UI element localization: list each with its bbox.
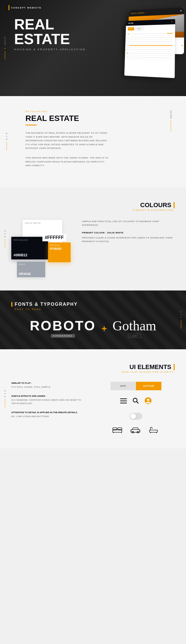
svg-rect-1 bbox=[120, 400, 127, 401]
hero-side-nav: INTRO bbox=[4, 37, 6, 60]
typo-nav-line bbox=[181, 320, 181, 329]
rethinking-body2: THIS DESIGN WAS MADE WITH THE USERS IN M… bbox=[25, 156, 110, 168]
ui-nav-line bbox=[5, 399, 5, 407]
vert-nav-line bbox=[7, 142, 7, 150]
fonts-row: ROBOTO CONDENSED + Gotham Light bbox=[11, 319, 175, 338]
ui-header: UI ELEMENTS SEMI-FLAT DESIGN FOR CLARITY… bbox=[11, 363, 175, 373]
swatch-black-label: RICH BLACK bbox=[14, 239, 46, 241]
side-nav-dot bbox=[5, 48, 5, 49]
user-profile-icon[interactable] bbox=[144, 397, 152, 406]
gotham-tag: Light bbox=[128, 334, 141, 338]
typo-accent-bar bbox=[11, 302, 12, 307]
ui-desc-block1: SIMILAR TO FLAT - IT'S STILL CLEAN, STIL… bbox=[11, 382, 89, 389]
typo-title: FONTS & TYPOGRAPHY bbox=[15, 302, 78, 307]
gotham-font: Gotham Light bbox=[113, 319, 156, 338]
rethinking-label: RETHINKING bbox=[25, 110, 169, 113]
intro-nav-line bbox=[171, 120, 171, 132]
ui-desc-block3: ATTENTION TO DETAIL IS APPLIED IN THE MI… bbox=[11, 411, 89, 419]
colours-layout: SOLID WHITE #FFFFFF RICH BLACK #090B12 O… bbox=[11, 220, 175, 276]
swatch-orange-hex: #F49A00 bbox=[50, 247, 69, 250]
ui-desc2-bold: SUBTLE EFFECTS ARE ADDED - bbox=[11, 395, 89, 397]
colour-swatches: SOLID WHITE #FFFFFF RICH BLACK #090B12 O… bbox=[11, 220, 73, 276]
hero-subtitle: HOUSING & PROPERTY APPLICATION bbox=[14, 48, 86, 51]
svg-point-6 bbox=[147, 399, 149, 401]
typography-header: FONTS & TYPOGRAPHY EASY TO READ bbox=[11, 302, 175, 311]
colours-desc3: PROVIDES CLEAR & CLEAN INTERFACE FOR USE… bbox=[82, 236, 175, 244]
filter-rows bbox=[125, 31, 175, 60]
swatch-orange: ORANGE #F49A00 bbox=[48, 242, 71, 262]
rethinking-section: 0 1 0 INTRO RETHINKING REAL ESTATE THE B… bbox=[0, 96, 186, 187]
filter-label: FILTER bbox=[128, 22, 133, 24]
swatch-orange-label: ORANGE bbox=[50, 244, 69, 246]
side-nav-label: INTRO bbox=[4, 37, 6, 46]
hero-section: CONCEPT WEBSITE INTRO REAL ESTATE HOUSIN… bbox=[0, 0, 186, 96]
swatch-grey: GREY #9FA5AE bbox=[17, 262, 45, 277]
toggle-off-button[interactable]: OFF bbox=[111, 382, 136, 390]
swatch-grey-hex: #9FA5AE bbox=[19, 272, 44, 276]
typography-section: FONTS & TYPOGRAPHY EASY TO READ ROBOTO C… bbox=[0, 290, 186, 349]
logo-text: CONCEPT WEBSITE bbox=[11, 6, 42, 9]
hero-mockup: NEW HOMES ★ $1,274,000 FILTER ✕ bbox=[104, 4, 186, 88]
ui-title-text: UI ELEMENTS bbox=[129, 363, 171, 371]
ui-descriptions: SIMILAR TO FLAT - IT'S STILL CLEAN, STIL… bbox=[11, 382, 89, 434]
colours-title-row: COLOURS bbox=[11, 201, 175, 209]
swatch-grey-label: GREY bbox=[19, 263, 44, 265]
typo-subtitle: EASY TO READ bbox=[15, 308, 175, 311]
colours-nav-label: 0 2 0 bbox=[4, 230, 6, 238]
ui-desc3-bold: ATTENTION TO DETAIL IS APPLIED IN THE MI… bbox=[11, 411, 89, 414]
brand-logo: CONCEPT WEBSITE bbox=[8, 5, 42, 10]
ui-desc2-text: E.G SHADOW, CONTOUR GIVES USER CUES ON W… bbox=[11, 398, 89, 406]
hamburger-menu-icon[interactable] bbox=[120, 398, 127, 405]
car-icon bbox=[130, 426, 142, 434]
colours-accent-bar bbox=[174, 202, 175, 208]
roboto-name: ROBOTO bbox=[30, 319, 96, 333]
colours-subtitle: VIBRANT & CONTRASTING. bbox=[11, 209, 175, 211]
colours-nav-line bbox=[5, 239, 5, 247]
ui-accent-bar bbox=[174, 364, 175, 370]
rethinking-title: REAL ESTATE bbox=[25, 114, 169, 122]
colours-description: SIMPLE AND PRACTICAL USE OF COLOURS TO E… bbox=[79, 220, 175, 248]
left-vert-nav: 0 1 0 bbox=[6, 133, 8, 151]
ui-subtitle: SEMI-FLAT DESIGN FOR CLARITY. bbox=[11, 371, 175, 373]
swatch-black-hex: #090B12 bbox=[14, 253, 46, 257]
ui-content: SIMILAR TO FLAT - IT'S STILL CLEAN, STIL… bbox=[11, 382, 175, 434]
typo-nav-text: 0 3 0 bbox=[180, 311, 182, 318]
ui-desc-block2: SUBTLE EFFECTS ARE ADDED - E.G SHADOW, C… bbox=[11, 395, 89, 406]
ui-interactive-elements: OFF ACTIVE bbox=[97, 382, 175, 434]
mockup-new-homes: NEW HOMES bbox=[131, 12, 145, 14]
colours-title-text: COLOURS bbox=[140, 201, 171, 209]
colours-header: COLOURS VIBRANT & CONTRASTING. bbox=[11, 201, 175, 211]
colours-section: 0 2 0 COLOURS VIBRANT & CONTRASTING. SOL… bbox=[0, 187, 186, 290]
hero-content: REAL ESTATE HOUSING & PROPERTY APPLICATI… bbox=[14, 17, 86, 51]
svg-rect-0 bbox=[120, 398, 127, 399]
swatch-white-label: SOLID WHITE bbox=[25, 222, 60, 224]
mockup-filter-card: FILTER ✕ BUY RENT bbox=[124, 19, 175, 78]
colours-desc1: SIMPLE AND PRACTICAL USE OF COLOURS TO E… bbox=[82, 220, 175, 227]
title-underline bbox=[25, 125, 37, 125]
rethinking-body1: THE BUSINESS OF REAL ESTATE IS MORE RELE… bbox=[25, 131, 110, 150]
gotham-name: Gotham bbox=[113, 319, 156, 333]
ui-left-nav: 0 4 0 bbox=[4, 390, 6, 407]
toggle-switch[interactable]: OFF ACTIVE bbox=[111, 382, 161, 390]
side-nav-line bbox=[5, 51, 5, 59]
swatch-white-hex: #FFFFFF bbox=[42, 234, 66, 241]
intro-nav-text: INTRO bbox=[170, 110, 172, 119]
rethinking-content: RETHINKING REAL ESTATE THE BUSINESS OF R… bbox=[17, 110, 169, 168]
plus-sign: + bbox=[101, 323, 107, 334]
bed-icon bbox=[112, 426, 124, 434]
pill-knob bbox=[130, 413, 136, 419]
filter-pills: BUY RENT bbox=[126, 24, 175, 32]
ui-title-row: UI ELEMENTS bbox=[11, 363, 175, 371]
pill-toggle[interactable] bbox=[130, 413, 142, 420]
colours-left-nav: 0 2 0 bbox=[4, 230, 6, 247]
search-icon[interactable] bbox=[133, 398, 139, 406]
svg-line-4 bbox=[137, 402, 138, 403]
typo-label-bar: FONTS & TYPOGRAPHY bbox=[11, 302, 175, 307]
logo-accent-bar bbox=[8, 5, 9, 10]
line-icons-row bbox=[97, 426, 175, 434]
ui-nav-label: 0 4 0 bbox=[4, 390, 6, 398]
rent-pill[interactable]: RENT bbox=[135, 27, 143, 30]
toggle-active-button[interactable]: ACTIVE bbox=[136, 382, 161, 390]
hero-right-nav bbox=[181, 45, 183, 51]
buy-pill[interactable]: BUY bbox=[128, 27, 134, 31]
